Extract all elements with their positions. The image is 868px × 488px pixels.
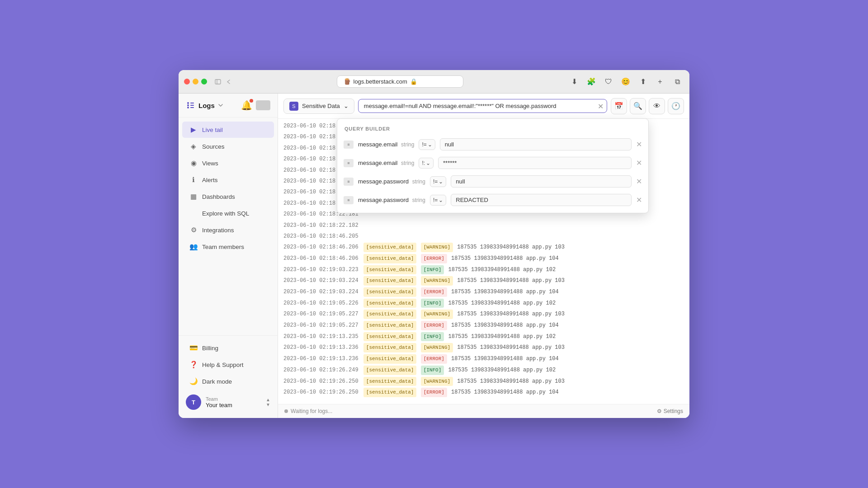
badge-sensitive: [sensitive_data]: [363, 243, 417, 252]
sidebar-team[interactable]: T Team Your team ▲▼: [179, 390, 278, 414]
svg-point-2: [187, 102, 189, 104]
log-line[interactable]: 2023-06-10 02:19:03.224 [sensitive_data]…: [278, 286, 689, 298]
badge-level: [INFO]: [421, 299, 444, 308]
sources-icon: ◈: [189, 142, 198, 150]
operator-select[interactable]: !=⌄: [419, 139, 435, 150]
maximize-button[interactable]: [201, 79, 207, 84]
operator-select[interactable]: !:⌄: [419, 158, 434, 169]
sidebar-item-help-label: Help & Support: [202, 361, 244, 368]
sidebar-item-billing[interactable]: 💳 Billing: [182, 340, 274, 356]
log-line[interactable]: 2023-06-10 02:18:46.205: [278, 231, 689, 242]
url-display[interactable]: 🪵 logs.betterstack.com 🔒: [337, 75, 463, 88]
download-icon[interactable]: ⬇: [567, 75, 581, 89]
back-icon[interactable]: [225, 78, 232, 85]
log-line[interactable]: 2023-06-10 02:19:26.250 [sensitive_data]…: [278, 387, 689, 398]
query-value-input[interactable]: [451, 194, 632, 206]
integrations-icon: ⚙: [189, 226, 198, 234]
extensions-icon[interactable]: 🧩: [585, 75, 598, 89]
settings-link[interactable]: ⚙ Settings: [657, 408, 683, 414]
log-rest: 187535 139833948991488 app.py 103: [457, 344, 565, 351]
log-line[interactable]: 2023-06-10 02:19:05.227 [sensitive_data]…: [278, 309, 689, 320]
remove-row-button[interactable]: ✕: [636, 140, 642, 149]
remove-row-button[interactable]: ✕: [636, 159, 642, 167]
log-line[interactable]: 2023-06-10 02:19:03.223 [sensitive_data]…: [278, 264, 689, 276]
sidebar-item-live-tail[interactable]: ▶ Live tail: [182, 122, 274, 138]
log-line[interactable]: 2023-06-10 02:18:46.206 [sensitive_data]…: [278, 253, 689, 264]
log-line[interactable]: 2023-06-10 02:19:26.250 [sensitive_data]…: [278, 376, 689, 387]
app-logo[interactable]: Logs: [186, 100, 224, 110]
sidebar-item-help[interactable]: ❓ Help & Support: [182, 357, 274, 373]
close-button[interactable]: [184, 79, 190, 84]
source-selector[interactable]: S Sensitive Data ⌄: [283, 99, 354, 114]
log-line[interactable]: 2023-06-10 02:19:05.227 [sensitive_data]…: [278, 320, 689, 331]
sidebar-item-team-members[interactable]: 👥 Team members: [182, 239, 274, 255]
alerts-icon: ℹ: [189, 176, 198, 184]
query-row: ≡ message.email string !=⌄ ✕: [337, 135, 648, 154]
billing-icon: 💳: [189, 344, 198, 352]
share-icon[interactable]: ⬆: [636, 75, 650, 89]
field-type-icon: ≡: [344, 159, 354, 167]
log-line[interactable]: 2023-06-10 02:19:05.226 [sensitive_data]…: [278, 298, 689, 309]
query-value-input[interactable]: [440, 138, 632, 150]
query-field-name: message.email string: [358, 160, 414, 166]
sidebar-item-explore-sql[interactable]: Explore with SQL: [182, 205, 274, 221]
log-timestamp: 2023-06-10 02:19:03.223: [283, 267, 359, 273]
sidebar-item-darkmode[interactable]: 🌙 Dark mode: [182, 373, 274, 389]
log-timestamp: 2023-06-10 02:19:05.227: [283, 311, 359, 317]
source-label: Sensitive Data: [302, 103, 340, 109]
log-timestamp: 2023-06-10 02:19:13.236: [283, 344, 359, 351]
sidebar-item-dashboards[interactable]: ▦ Dashboards: [182, 188, 274, 205]
help-icon: ❓: [189, 361, 198, 369]
moon-icon: 🌙: [189, 377, 198, 385]
view-toggle-button[interactable]: 👁: [649, 98, 665, 114]
search-button[interactable]: 🔍: [630, 98, 646, 114]
team-info: Team Your team: [206, 396, 261, 408]
tabs-icon[interactable]: ⧉: [670, 75, 684, 89]
log-timestamp: 2023-06-10 02:19:26.249: [283, 367, 359, 373]
notification-bell[interactable]: 🔔: [241, 100, 252, 111]
operator-select[interactable]: !=⌄: [430, 176, 446, 187]
sidebar-item-views[interactable]: ◉ Views: [182, 155, 274, 171]
user-avatar[interactable]: [256, 100, 270, 110]
log-line[interactable]: 2023-06-10 02:18:46.206 [sensitive_data]…: [278, 242, 689, 253]
sidebar-item-sources[interactable]: ◈ Sources: [182, 138, 274, 155]
clock-button[interactable]: 🕐: [668, 98, 684, 114]
sidebar: Logs 🔔 ▶ Live tail ◈ Sources ◉ Views: [179, 94, 278, 418]
remove-row-button[interactable]: ✕: [636, 177, 642, 186]
chevron-down-icon[interactable]: [217, 102, 224, 108]
query-value-input[interactable]: [438, 157, 632, 169]
settings-label: Settings: [664, 408, 683, 414]
shield-icon[interactable]: 🛡: [602, 75, 615, 89]
badge-level: [ERROR]: [421, 354, 447, 364]
profile-icon[interactable]: 😊: [619, 75, 632, 89]
log-line[interactable]: 2023-06-10 02:18:22.182: [278, 220, 689, 231]
field-type-icon: ≡: [344, 178, 354, 186]
log-line[interactable]: 2023-06-10 02:19:13.236 [sensitive_data]…: [278, 353, 689, 365]
log-line[interactable]: 2023-06-10 02:19:03.224 [sensitive_data]…: [278, 275, 689, 286]
query-field-name: message.password string: [358, 178, 425, 185]
sidebar-item-billing-label: Billing: [202, 345, 218, 352]
badge-level: [WARNING]: [421, 310, 453, 319]
log-line[interactable]: 2023-06-10 02:19:13.236 [sensitive_data]…: [278, 342, 689, 353]
log-line[interactable]: 2023-06-10 02:19:13.235 [sensitive_data]…: [278, 331, 689, 343]
sidebar-icon[interactable]: [214, 78, 222, 85]
operator-select[interactable]: !=⌄: [430, 195, 446, 206]
remove-row-button[interactable]: ✕: [636, 196, 642, 204]
log-rest: 187535 139833948991488 app.py 102: [448, 267, 556, 273]
sidebar-item-integrations-label: Integrations: [202, 227, 234, 234]
query-value-input[interactable]: [451, 175, 632, 188]
query-field-type: string: [412, 178, 425, 185]
log-line[interactable]: 2023-06-10 02:19:26.249 [sensitive_data]…: [278, 365, 689, 376]
clear-query-button[interactable]: ✕: [598, 102, 604, 110]
team-members-icon: 👥: [189, 243, 198, 251]
sidebar-item-integrations[interactable]: ⚙ Integrations: [182, 222, 274, 238]
new-tab-icon[interactable]: +: [653, 75, 667, 89]
minimize-button[interactable]: [193, 79, 198, 84]
log-timestamp: 2023-06-10 02:19:26.250: [283, 389, 359, 395]
query-row: ≡ message.password string !=⌄ ✕: [337, 191, 648, 209]
query-input[interactable]: [358, 99, 607, 113]
badge-sensitive: [sensitive_data]: [363, 276, 417, 286]
sidebar-item-explore-sql-label: Explore with SQL: [202, 210, 249, 217]
sidebar-item-alerts[interactable]: ℹ Alerts: [182, 172, 274, 188]
calendar-button[interactable]: 📅: [611, 98, 627, 114]
